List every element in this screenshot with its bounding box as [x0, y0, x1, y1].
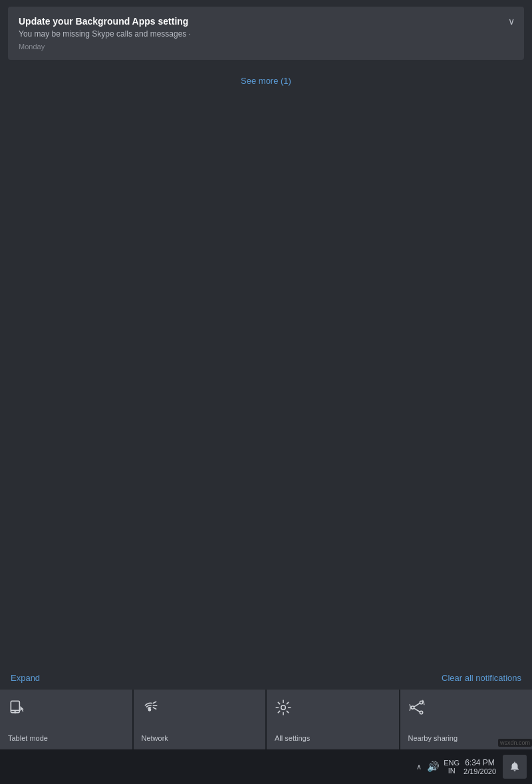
quick-tile-tablet-mode[interactable]: Tablet mode — [0, 690, 132, 749]
quick-actions-grid: Tablet mode N — [0, 690, 532, 749]
see-more-section: See more (1) — [8, 65, 524, 96]
notification-area: Update your Background Apps setting You … — [0, 0, 532, 666]
taskbar-date: 2/19/2020 — [464, 767, 496, 775]
svg-line-11 — [414, 704, 420, 707]
svg-point-6 — [148, 709, 150, 711]
network-icon — [142, 699, 159, 720]
taskbar: ∧ 🔊 ENG IN 6:34 PM 2/19/2020 — [0, 749, 532, 784]
language-name: ENG — [444, 759, 460, 767]
action-bar: Expand Clear all notifications — [0, 666, 532, 690]
taskbar-time: 6:34 PM — [464, 758, 496, 767]
see-more-link[interactable]: See more (1) — [241, 76, 291, 86]
notification-bell-icon — [509, 761, 521, 773]
tablet-mode-icon — [8, 699, 25, 720]
clear-notifications-button[interactable]: Clear all notifications — [442, 673, 521, 683]
expand-button[interactable]: Expand — [11, 673, 40, 683]
network-label: Network — [142, 733, 168, 743]
chevron-down-icon[interactable]: ∨ — [508, 16, 515, 27]
svg-line-3 — [153, 702, 156, 703]
svg-line-5 — [153, 708, 156, 709]
svg-point-7 — [281, 706, 286, 710]
nearby-sharing-icon — [408, 699, 426, 720]
notification-body: You may be missing Skype calls and messa… — [19, 29, 513, 39]
notification-card[interactable]: Update your Background Apps setting You … — [8, 7, 524, 60]
svg-line-12 — [414, 708, 420, 712]
nearby-sharing-label: Nearby sharing — [408, 733, 458, 743]
language-region: IN — [444, 767, 460, 775]
quick-tile-all-settings[interactable]: All settings — [267, 690, 399, 749]
settings-icon — [275, 699, 292, 720]
watermark: wsxdn.com — [498, 739, 532, 747]
taskbar-system-icons: ∧ 🔊 — [416, 761, 440, 773]
notification-title: Update your Background Apps setting — [19, 16, 513, 27]
notification-center-button[interactable] — [503, 755, 527, 779]
taskbar-datetime[interactable]: 6:34 PM 2/19/2020 — [464, 758, 496, 775]
volume-icon[interactable]: 🔊 — [427, 761, 440, 773]
action-center: Update your Background Apps setting You … — [0, 0, 532, 784]
notification-time: Monday — [19, 43, 513, 51]
quick-tile-network[interactable]: Network — [134, 690, 266, 749]
bottom-section: Expand Clear all notifications Tablet — [0, 666, 532, 784]
svg-point-2 — [15, 712, 16, 713]
taskbar-language[interactable]: ENG IN — [444, 759, 460, 775]
all-settings-label: All settings — [275, 733, 310, 743]
tablet-mode-label: Tablet mode — [8, 733, 48, 743]
system-tray-arrow[interactable]: ∧ — [416, 763, 422, 771]
